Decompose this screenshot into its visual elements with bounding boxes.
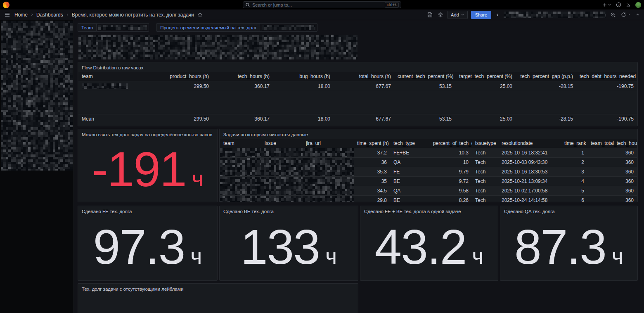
tasks-redacted-cell [303, 167, 354, 176]
panel-title[interactable]: Сделано BE тех. долга [220, 206, 358, 216]
percent-variable-value[interactable] [260, 23, 317, 32]
tasks-column-header[interactable]: tech_type [390, 139, 430, 148]
tasks-cell: 1 [561, 148, 587, 157]
panel-title[interactable]: Сделано FE + BE тех. долга в одной задач… [360, 206, 498, 216]
stat-value: -191 ч [92, 145, 203, 194]
panel-title[interactable]: Можно взять тех.долг задач на определённ… [78, 129, 217, 139]
stat-value: 97.3 ч [93, 223, 202, 271]
redacted-block [261, 186, 303, 195]
flow-cell: 360.17 [212, 82, 273, 91]
tasks-cell: 360 [587, 196, 637, 202]
flow-column-header[interactable]: team [78, 72, 152, 81]
tasks-cell: 9.72 [430, 177, 472, 186]
chevron-down-icon [627, 13, 630, 17]
tasks-column-header[interactable]: issuetype [472, 139, 498, 148]
stat-value-wrap: 97.3 ч [81, 217, 214, 277]
tasks-cell: 10.3 [430, 148, 472, 157]
redacted-block [220, 186, 261, 195]
flow-column-header[interactable]: tech_hours (h) [212, 72, 273, 81]
flow-column-header[interactable]: tech_percent_gap (p.p.) [516, 72, 576, 81]
plus-icon [602, 2, 607, 7]
flow-column-header[interactable]: bug_hours (h) [273, 72, 334, 81]
tasks-column-header[interactable]: resolutiondate [498, 139, 561, 148]
tasks-cell: 3 [561, 167, 587, 176]
refresh-icon [621, 12, 626, 17]
save-dashboard-button[interactable] [426, 11, 433, 19]
flow-column-header[interactable]: product_hours (h) [152, 72, 212, 81]
tasks-cell: 10 [430, 158, 472, 167]
flow-cell: -190.75 [576, 82, 637, 91]
time-shift-back-button[interactable] [495, 12, 500, 18]
add-panel-button[interactable]: Add [447, 11, 468, 19]
breadcrumb-dashboards[interactable]: Dashboards [36, 12, 63, 18]
breadcrumb-home[interactable]: Home [14, 12, 28, 18]
panel-title[interactable]: Сделано QA тех. долга [500, 206, 637, 216]
flow-column-header[interactable]: total_hours (h) [334, 72, 394, 81]
tasks-redacted-cell [220, 177, 261, 186]
redacted-block [261, 167, 303, 176]
tasks-cell: 37.2 [354, 148, 390, 157]
dashboard-settings-button[interactable] [437, 11, 444, 19]
tasks-table-row: 36QA10Tech2025-10-03 09:43:302360 [220, 158, 637, 167]
shortcut-badge: ctrl+k [385, 2, 399, 8]
tasks-column-header[interactable]: time_spent (h) [354, 139, 390, 148]
help-button[interactable]: ? [616, 2, 621, 7]
team-variable-value[interactable] [96, 23, 149, 32]
flow-table-row: 299.50360.1718.00677.6753.1525.00-28.15-… [78, 81, 637, 91]
share-button[interactable]: Share [471, 11, 491, 19]
redacted-block [220, 158, 261, 167]
tasks-cell: 4 [561, 177, 587, 186]
refresh-button[interactable] [620, 11, 631, 18]
panel-flow-distribution: Flow Distribution в raw часах teamproduc… [78, 62, 638, 126]
mega-menu-toggle[interactable] [3, 11, 11, 19]
tasks-cell: 2025-10-16 18:32:41 [498, 148, 561, 157]
redacted-block [303, 186, 354, 195]
flow-column-header[interactable]: target_tech_percent (%) [455, 72, 516, 81]
news-button[interactable] [626, 2, 631, 7]
tasks-column-header[interactable]: team_total_tech_hours [587, 139, 637, 148]
panel-stat-febe-done: Сделано FE + BE тех. долга в одной задач… [360, 206, 498, 281]
percent-variable-label[interactable]: Процент времени выделяемый на тех. долг [156, 23, 260, 32]
tasks-column-header[interactable]: issue [261, 139, 303, 148]
flow-mean-cell: 18.00 [273, 114, 334, 123]
flow-column-header[interactable]: current_tech_percent (%) [394, 72, 455, 81]
panel-title[interactable]: Сделано FE тех. долга [78, 206, 217, 216]
hamburger-icon [4, 12, 10, 18]
tasks-column-header[interactable]: jira_url [303, 139, 354, 148]
tasks-cell: FE+BE [390, 148, 430, 157]
tasks-column-header[interactable]: team [220, 139, 261, 148]
flow-column-header[interactable]: tech_debt_hours_needed (h) [576, 72, 637, 81]
time-range-picker[interactable] [504, 12, 606, 18]
tasks-cell: Tech [472, 186, 498, 195]
tasks-redacted-cell [303, 158, 354, 167]
zoom-out-time-button[interactable] [609, 11, 617, 19]
favorite-button[interactable] [197, 11, 204, 18]
panel-stat-be-done: Сделано BE тех. долга 133 ч [219, 206, 358, 281]
nav-sidebar[interactable] [0, 20, 74, 313]
user-avatar[interactable] [635, 2, 641, 8]
tasks-column-header[interactable]: percent_of_tech_debt ( [430, 139, 472, 148]
team-variable-label[interactable]: Team [78, 23, 96, 32]
collapse-toolbar-button[interactable] [635, 12, 641, 18]
tasks-redacted-cell [220, 148, 261, 157]
variable-filters: Team Процент времени выделяемый на тех. … [78, 23, 317, 32]
panel-title[interactable]: Тех. долг задачи с отсутствующими лейбла… [78, 284, 358, 293]
flow-mean-cell: 299.50 [152, 114, 212, 123]
tasks-table: teamissuejira_urltime_spent (h)tech_type… [220, 139, 637, 202]
flow-cell: 53.15 [394, 82, 455, 91]
dashboard-toolbar: Home Dashboards Время, которое можно пот… [0, 9, 644, 20]
new-button[interactable] [602, 2, 611, 7]
grafana-logo-icon[interactable] [3, 2, 9, 8]
tasks-column-header[interactable]: time_rank [561, 139, 587, 148]
tasks-cell: QA [390, 158, 430, 167]
tasks-cell: BE [390, 177, 430, 186]
panel-title[interactable]: Flow Distribution в raw часах [78, 62, 637, 72]
flow-cell: 25.00 [455, 82, 516, 91]
tasks-cell: 2025-10-02 17:00:58 [498, 186, 561, 195]
tasks-cell: 29.8 [354, 196, 390, 202]
tasks-cell: 2025-10-16 18:30:53 [498, 167, 561, 176]
tasks-cell: 2025-10-03 09:43:30 [498, 158, 561, 167]
global-search[interactable]: Search or jump to... ctrl+k [243, 1, 401, 8]
flow-mean-cell: 677.67 [334, 114, 394, 123]
panel-title[interactable]: Задачи по которым считаются данные [220, 129, 637, 139]
